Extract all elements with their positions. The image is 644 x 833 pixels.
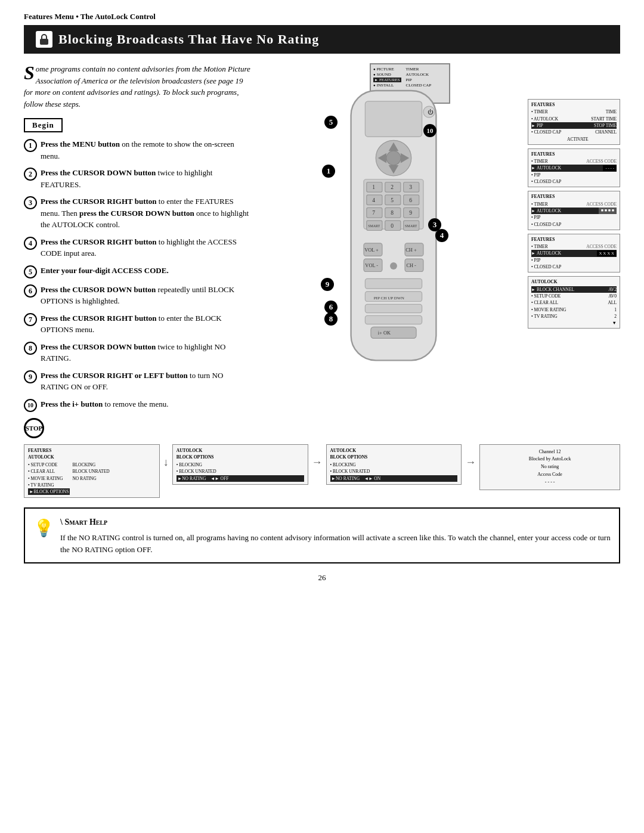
svg-text:⏻: ⏻ (428, 109, 434, 115)
arrow-1: ↓ (163, 444, 169, 469)
callout-10: 10 (423, 124, 436, 137)
callout-5: 5 (324, 116, 338, 129)
page-title-bar: Blocking Broadcasts That Have No Rating (24, 25, 620, 54)
step-num-8: 8 (24, 342, 37, 355)
page-number: 26 (24, 573, 620, 583)
top-label: Features Menu • The AutoLock Control (24, 12, 620, 21)
page-title: Blocking Broadcasts That Have No Rating (58, 32, 319, 47)
step-1: 1 Press the MENU button on the remote to… (24, 138, 250, 162)
svg-point-35 (386, 151, 401, 165)
smart-screen: Channel 12 Blocked by AutoLock No rating… (479, 444, 620, 491)
svg-point-44 (390, 262, 397, 270)
bottom-screen-1: FEATURES AUTOLOCK • SETUP CODE • CLEAR A… (24, 444, 160, 498)
svg-text:8: 8 (391, 210, 394, 216)
callout-4: 4 (435, 229, 448, 242)
svg-text:3: 3 (409, 184, 412, 190)
svg-text:SMART: SMART (405, 224, 417, 228)
step-num-3: 3 (24, 196, 37, 209)
step-num-2: 2 (24, 168, 37, 181)
step-text-3: Press the CURSOR RIGHT button to enter t… (41, 196, 250, 231)
step-num-1: 1 (24, 139, 37, 152)
svg-text:SMART: SMART (368, 224, 380, 228)
step-text-9: Press the CURSOR RIGHT or LEFT button to… (41, 370, 250, 393)
bottom-section: FEATURES AUTOLOCK • SETUP CODE • CLEAR A… (24, 444, 620, 564)
svg-text:4: 4 (372, 197, 375, 203)
screen-5: AUTOLOCK BLOCK CHANNELAV2 SETUP CODEAV0 … (528, 276, 620, 329)
step-6: 6 Press the CURSOR DOWN button repeatedl… (24, 284, 250, 307)
bottom-screen-2: AUTOLOCK BLOCK OPTIONS • BLOCKING • BLOC… (172, 444, 308, 485)
step-num-10: 10 (24, 399, 37, 412)
callout-1: 1 (322, 165, 335, 178)
step-num-5: 5 (24, 265, 37, 278)
screen-3: FEATURES TIMERACCESS CODE AUTOLOCK■ ■ ■ … (528, 191, 620, 230)
step-8: 8 Press the CURSOR DOWN button twice to … (24, 341, 250, 364)
step-text-8: Press the CURSOR DOWN button twice to hi… (41, 341, 250, 364)
svg-rect-49 (365, 315, 422, 324)
svg-text:VOL +: VOL + (364, 247, 379, 253)
svg-text:1: 1 (372, 184, 375, 190)
svg-text:CH -: CH - (406, 263, 416, 268)
svg-text:CH +: CH + (405, 247, 417, 253)
svg-text:PIP CH  UP  DWN: PIP CH UP DWN (374, 296, 404, 301)
svg-text:6: 6 (409, 197, 412, 203)
step-9: 9 Press the CURSOR RIGHT or LEFT button … (24, 370, 250, 393)
step-num-9: 9 (24, 370, 37, 383)
step-text-5: Enter your four-digit ACCESS CODE. (41, 265, 250, 277)
lock-icon (36, 31, 52, 48)
svg-text:2: 2 (391, 184, 394, 190)
screen-1: FEATURES TIMERTIME AUTOLOCKSTART TIME PI… (528, 99, 620, 145)
callout-6: 6 (324, 301, 338, 314)
step-num-6: 6 (24, 284, 37, 298)
screen-4: FEATURES TIMERACCESS CODE AUTOLOCKX X X … (528, 234, 620, 273)
step-text-10: Press the i+ button to remove the menu. (41, 398, 250, 410)
arrow-3: → (465, 444, 476, 469)
bottom-screen-3: AUTOLOCK BLOCK OPTIONS • BLOCKING • BLOC… (326, 444, 462, 485)
step-text-7: Press the CURSOR RIGHT button to enter t… (41, 312, 250, 336)
svg-text:5: 5 (391, 197, 394, 203)
step-3: 3 Press the CURSOR RIGHT button to enter… (24, 196, 250, 231)
remote-control: ⏻ 1 2 3 4 5 6 7 8 (316, 87, 471, 385)
bulb-icon: 💡 (33, 516, 54, 555)
smart-help-box: 💡 \ Smart Help If the NO RATING control … (24, 507, 620, 563)
step-7: 7 Press the CURSOR RIGHT button to enter… (24, 312, 250, 336)
svg-rect-0 (40, 39, 48, 45)
screen-2: FEATURES TIMERACCESS CODE AUTOLOCK- - - … (528, 148, 620, 188)
svg-text:9: 9 (409, 210, 412, 216)
screens-right: FEATURES TIMERTIME AUTOLOCKSTART TIME PI… (528, 99, 620, 329)
svg-text:7: 7 (372, 210, 375, 216)
svg-text:i+   OK: i+ OK (378, 330, 391, 336)
svg-rect-45 (365, 278, 422, 289)
svg-text:0: 0 (391, 223, 394, 229)
callout-8: 8 (324, 312, 338, 326)
step-num-7: 7 (24, 313, 37, 326)
smart-help-title: \ Smart Help (60, 516, 611, 528)
step-10: 10 Press the i+ button to remove the men… (24, 398, 250, 412)
step-text-6: Press the CURSOR DOWN button repeatedly … (41, 284, 250, 307)
step-text-2: Press the CURSOR DOWN button twice to hi… (41, 167, 250, 190)
step-4: 4 Press the CURSOR RIGHT button to highl… (24, 236, 250, 259)
step-text-4: Press the CURSOR RIGHT button to highlig… (41, 236, 250, 259)
callout-9: 9 (321, 278, 334, 291)
svg-text:VOL -: VOL - (365, 263, 378, 268)
arrow-2: → (312, 444, 323, 469)
stop-box: STOP (24, 418, 250, 438)
svg-rect-48 (365, 304, 422, 312)
step-num-4: 4 (24, 237, 37, 250)
step-text-1: Press the MENU button on the remote to s… (41, 138, 250, 162)
stop-icon: STOP (24, 418, 44, 438)
step-2: 2 Press the CURSOR DOWN button twice to … (24, 167, 250, 190)
step-5: 5 Enter your four-digit ACCESS CODE. (24, 265, 250, 278)
intro-text: Some programs contain no content advisor… (24, 63, 250, 110)
begin-label: Begin (24, 118, 63, 132)
smart-help-text: If the NO RATING control is turned on, a… (60, 532, 611, 555)
svg-rect-2 (365, 101, 422, 137)
